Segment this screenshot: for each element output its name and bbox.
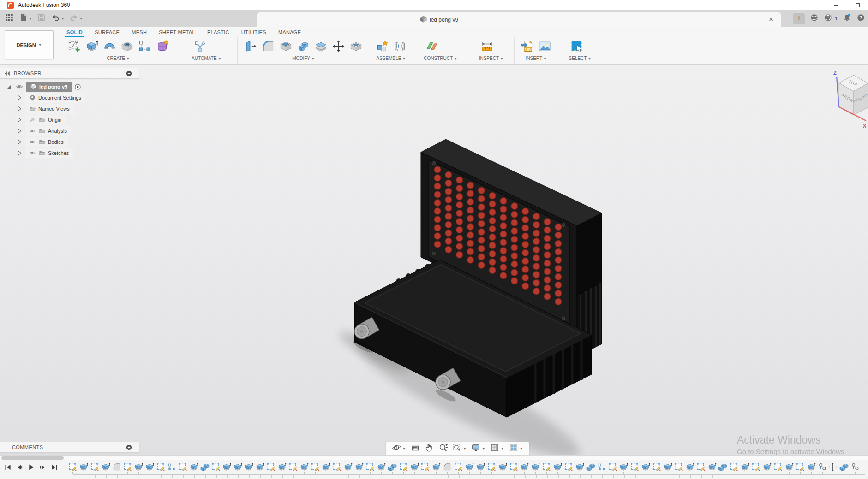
timeline-feature-sketch-9[interactable] [155,462,166,472]
tool-measure-button[interactable] [479,38,496,55]
new-tab-button[interactable]: + [793,13,805,24]
step-forward-button[interactable] [38,463,47,472]
maximize-button[interactable] [847,0,868,10]
redo-button[interactable]: ▼ [67,12,85,25]
eye-hidden-icon[interactable] [29,117,36,124]
chevron-down-icon[interactable]: ▼ [402,447,406,451]
ribbon-group-dropdown[interactable]: INSERT ▼ [519,56,553,61]
timeline-feature-extrude-45[interactable] [552,462,563,472]
timeline-feature-extrude-37[interactable] [464,462,475,472]
timeline-feature-fillet-5[interactable] [111,462,122,472]
tool-hole-button[interactable] [119,38,135,55]
chevron-down-icon[interactable]: ▼ [520,447,523,451]
tree-row-document-settings[interactable]: Document Settings [0,93,139,102]
app-grid-button[interactable] [2,12,16,25]
timeline-feature-extrude-22[interactable] [299,462,310,472]
tool-press-pull-button[interactable] [242,38,259,55]
timeline-feature-extrude-7[interactable] [133,462,144,472]
timeline-feature-extrude-51[interactable] [618,462,629,472]
timeline-feature-sketch-58[interactable] [695,462,706,472]
timeline-feature-extrude-15[interactable] [221,462,232,472]
workspace-selector[interactable]: DESIGN ▼ [5,30,54,59]
tree-row-origin[interactable]: Origin [0,115,139,124]
tree-row-analysis[interactable]: Analysis [0,126,139,136]
ribbon-group-dropdown[interactable]: SELECT ▼ [569,56,591,61]
timeline-feature-extrude-16[interactable] [232,462,243,472]
timeline-feature-sketch-65[interactable] [772,462,784,472]
tool-extrude-button[interactable] [84,38,100,55]
tool-create-sketch-button[interactable] [66,38,83,55]
chevron-down-icon[interactable]: ▼ [463,447,467,451]
timeline-feature-sketch-21[interactable] [287,462,299,472]
extensions-icon[interactable] [810,13,819,24]
step-back-button[interactable] [15,463,24,472]
timeline-feature-extrude-66[interactable] [784,462,795,472]
tool-revolve-button[interactable] [101,38,118,55]
activate-component-radio[interactable] [74,83,81,90]
timeline-feature-combine-30[interactable] [387,462,398,472]
tool-split-button[interactable] [312,38,329,55]
save-button[interactable] [35,12,48,25]
pan-button[interactable] [422,442,436,455]
timeline-feature-sketch-61[interactable] [728,462,739,472]
timeline-feature-extrude-20[interactable] [276,462,287,472]
timeline-feature-sketch-54[interactable] [651,462,662,472]
expand-closed-icon[interactable] [17,117,22,123]
browser-header[interactable]: BROWSER [0,68,139,79]
go-to-end-button[interactable] [50,463,59,472]
timeline-feature-pattern-49[interactable] [596,462,607,472]
expand-closed-icon[interactable] [17,139,22,145]
timeline-feature-sketch-46[interactable] [563,462,574,472]
timeline-feature-extrude-47[interactable] [574,462,585,472]
timeline-feature-extrude-17[interactable] [243,462,254,472]
timeline-feature-extrude-2[interactable] [78,462,89,472]
go-to-start-button[interactable] [4,463,12,472]
ribbon-group-dropdown[interactable]: INSPECT ▼ [479,56,503,61]
tool-shell-button[interactable] [277,38,294,55]
zoom-button[interactable] [436,442,450,455]
undo-button[interactable]: ▼ [48,12,67,25]
timeline-feature-extrude-26[interactable] [342,462,353,472]
notifications-bell-icon[interactable] [843,13,851,24]
play-button[interactable] [27,463,36,472]
timeline-feature-sketch-14[interactable] [210,462,221,472]
tool-plane-button[interactable] [424,38,440,55]
panel-drag-handle[interactable] [136,444,137,450]
timeline-feature-sketch-3[interactable] [89,462,100,472]
tool-move-button[interactable] [330,38,347,55]
timeline-feature-extrude-34[interactable] [431,462,442,472]
job-status-icon[interactable] [824,13,832,24]
viewports-button[interactable]: ▼ [507,442,526,455]
ribbon-group-dropdown[interactable]: AUTOMATE ▼ [192,56,221,61]
expand-open-icon[interactable] [6,84,12,89]
tool-fillet-button[interactable] [260,38,276,55]
orbit-button[interactable]: ▼ [389,442,408,455]
timeline-feature-sketch-39[interactable] [486,462,497,472]
timeline-feature-sketch-63[interactable] [750,462,761,472]
timeline-feature-fillet-35[interactable] [442,462,453,472]
timeline-feature-sketch-28[interactable] [365,462,376,472]
timeline-feature-extrude-32[interactable] [409,462,420,472]
timeline-feature-extrude-57[interactable] [684,462,695,472]
tree-row-named-views[interactable]: Named Views [0,104,139,113]
timeline-feature-extrude-38[interactable] [475,462,486,472]
timeline-feature-sketch-50[interactable] [607,462,618,472]
help-icon[interactable]: ? [856,13,865,24]
ribbon-tab-sheet-metal[interactable]: SHEET METAL [153,27,201,37]
ribbon-tab-manage[interactable]: MANAGE [272,27,307,37]
timeline-feature-project-69[interactable] [817,462,828,472]
view-cube[interactable]: TOP FRONT RIGHT Z X [813,69,868,131]
expand-closed-icon[interactable] [17,128,22,134]
tool-combine-button[interactable] [295,38,311,55]
ribbon-tab-surface[interactable]: SURFACE [89,27,126,37]
tool-insert-svg-button[interactable]: SVG [519,38,536,55]
timeline-feature-sketch-52[interactable] [629,462,640,472]
timeline-feature-extrude-29[interactable] [376,462,387,472]
tool-select-button[interactable] [569,38,586,55]
expand-closed-icon[interactable] [17,150,22,156]
ribbon-group-dropdown[interactable]: MODIFY ▼ [242,56,364,61]
timeline-feature-sketch-41[interactable] [508,462,519,472]
timeline-feature-extrude-64[interactable] [761,462,772,472]
timeline-feature-extrude-43[interactable] [530,462,541,472]
minimize-button[interactable] [826,0,847,10]
